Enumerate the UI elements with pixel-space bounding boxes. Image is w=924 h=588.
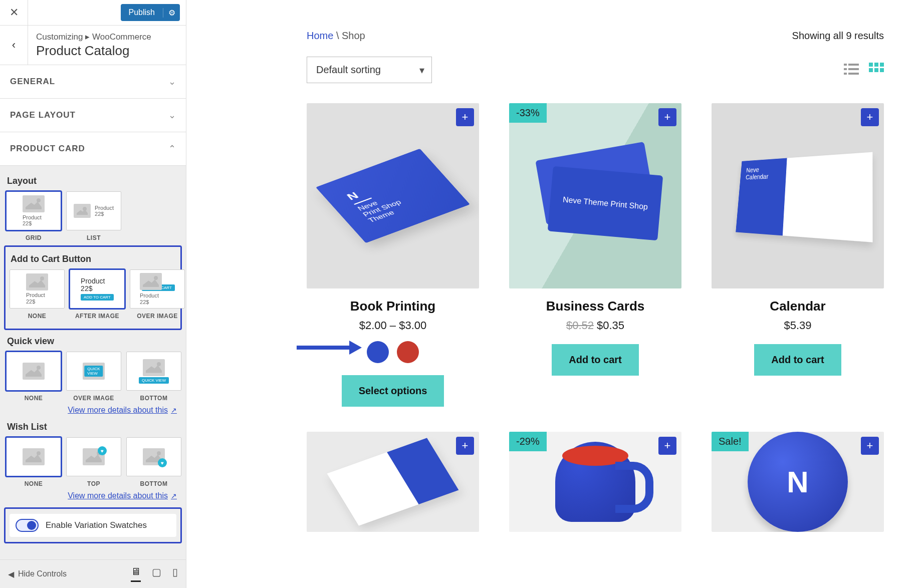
desktop-icon[interactable]: 🖥 [131,566,141,582]
discount-badge: -29% [509,432,547,451]
breadcrumb: Customizing ▸ WooCommerce [36,32,151,42]
svg-marker-13 [349,341,362,355]
quickview-option-bottom[interactable]: QUICK VIEW [126,352,181,391]
svg-rect-6 [869,63,873,67]
variation-swatches-toggle[interactable] [16,519,39,532]
swatch-red[interactable] [397,341,419,363]
accordion-product-card[interactable]: PRODUCT CARD ⌃ [0,132,186,166]
mobile-icon[interactable]: ▯ [172,566,178,582]
section-title: Product Catalog [36,43,151,59]
atc-option-none[interactable]: Product22$ [10,269,65,309]
wishlist-more-link[interactable]: View more details about this ↗ [6,491,177,500]
swatch-blue[interactable] [367,341,389,363]
quick-add-button[interactable]: + [658,437,676,455]
svg-rect-4 [844,73,847,75]
breadcrumb-home-link[interactable]: Home [307,30,333,41]
wishlist-heading: Wish List [7,422,180,432]
annotation-arrow-icon [297,338,362,358]
quick-add-button[interactable]: + [861,437,879,455]
product-image[interactable]: Sale! N + [712,432,884,532]
product-title[interactable]: Calendar [770,299,825,314]
gear-icon[interactable]: ⚙ [163,8,180,18]
results-count: Showing all 9 results [792,30,884,42]
add-to-cart-button[interactable]: Add to cart [754,344,841,376]
image-placeholder-icon [23,448,45,465]
quickview-option-over-image[interactable]: QUICK VIEW [66,352,121,391]
svg-rect-11 [880,68,884,72]
discount-badge: -33% [509,103,547,123]
sidebar-footer: ◀ Hide Controls 🖥 ▢ ▯ [0,559,186,588]
product-card: -29% + [509,432,681,532]
svg-rect-1 [848,64,859,66]
back-button[interactable]: ‹ [0,26,28,65]
chevron-down-icon: ⌄ [168,110,176,121]
quick-add-button[interactable]: + [456,108,474,126]
svg-rect-0 [844,64,847,66]
svg-rect-5 [848,73,859,75]
breadcrumb-current: Shop [342,30,365,41]
accordion-page-layout[interactable]: PAGE LAYOUT ⌄ [0,99,186,132]
grid-view-icon[interactable] [869,63,884,78]
product-image[interactable]: -29% + [509,432,681,532]
product-card: + [307,432,479,532]
product-image[interactable]: + [307,432,479,532]
product-card: -33% N Neve Theme Print Shop + Business … [509,103,681,407]
quick-add-button[interactable]: + [658,108,676,126]
publish-button[interactable]: Publish ⚙ [121,4,180,21]
add-to-cart-button[interactable]: Add to cart [552,344,639,376]
image-placeholder-icon [140,273,162,290]
product-image[interactable]: NNevePrint ShopTheme + [307,103,479,288]
product-card-panel: Layout Product22$ GRID Pro [0,166,186,559]
product-image[interactable]: NeveCalendar + [712,103,884,288]
wishlist-option-none[interactable] [6,437,61,476]
sidebar-header: ‹ Customizing ▸ WooCommerce Product Cata… [0,26,186,65]
product-price: $0.52$0.35 [566,319,624,332]
image-placeholder-icon [26,273,48,290]
heart-icon: ♥ [158,458,167,467]
image-placeholder-icon [23,363,45,380]
atc-highlight-box: Add to Cart Button Product22$ NONE [4,245,182,330]
publish-label: Publish [121,8,163,17]
close-button[interactable]: ✕ [0,0,28,25]
chevron-down-icon: ⌄ [168,76,176,87]
sale-badge: Sale! [712,432,749,451]
customizer-sidebar: ✕ Publish ⚙ ‹ Customizing ▸ WooCommerce … [0,0,186,588]
atc-heading: Add to Cart Button [11,254,176,264]
product-price: $5.39 [784,319,811,332]
svg-rect-2 [844,68,847,70]
select-options-button[interactable]: Select options [342,375,444,407]
hide-controls-button[interactable]: ◀ Hide Controls [8,569,67,579]
quick-add-button[interactable]: + [456,437,474,455]
layout-option-list[interactable]: Product22$ [66,191,121,230]
wishlist-option-top[interactable]: ♥ [66,437,121,476]
variation-swatches-label: Enable Variation Swatches [46,520,147,530]
product-title[interactable]: Book Printing [350,299,435,314]
product-card: NeveCalendar + Calendar $5.39 Add to car… [712,103,884,407]
quickview-more-link[interactable]: View more details about this ↗ [6,406,177,415]
svg-rect-9 [869,68,873,72]
tablet-icon[interactable]: ▢ [152,566,161,582]
list-view-icon[interactable] [844,63,859,78]
atc-option-after-image[interactable]: Product22$ ADD TO CART [70,269,125,309]
image-placeholder-icon [23,195,45,212]
product-image[interactable]: -33% N Neve Theme Print Shop + [509,103,681,288]
heart-icon: ♥ [98,446,107,455]
chevron-up-icon: ⌃ [168,143,176,154]
accordion-general[interactable]: GENERAL ⌄ [0,65,186,99]
quickview-option-none[interactable] [6,352,61,391]
svg-rect-3 [848,68,859,70]
sort-select[interactable]: Default sorting [307,57,432,83]
layout-option-grid[interactable]: Product22$ [6,191,61,230]
product-card: NNevePrint ShopTheme + Book Printing $2.… [307,103,479,407]
shop-breadcrumb: Home \ Shop [307,30,365,42]
svg-rect-10 [874,68,878,72]
atc-option-over-image[interactable]: ADD TO CART Product22$ [130,269,185,309]
quickview-heading: Quick view [7,336,180,347]
svg-rect-8 [880,63,884,67]
external-link-icon: ↗ [171,492,177,500]
wishlist-option-bottom[interactable]: ♥ [126,437,181,476]
product-price: $2.00 – $3.00 [359,319,427,332]
product-title[interactable]: Business Cards [546,299,645,314]
product-card: Sale! N + [712,432,884,532]
quick-add-button[interactable]: + [861,108,879,126]
